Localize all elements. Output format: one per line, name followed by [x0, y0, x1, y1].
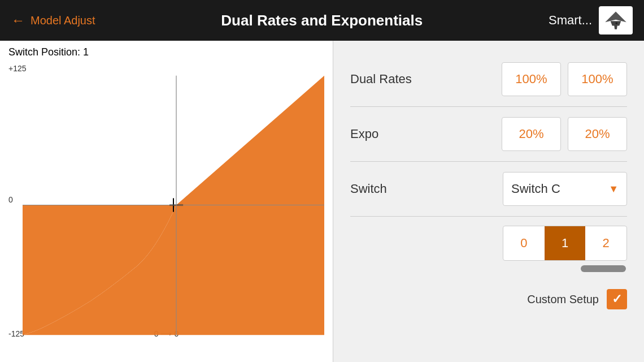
back-arrow-icon: ←: [11, 12, 25, 28]
expo-label: Expo: [350, 127, 418, 141]
model-icon[interactable]: [599, 6, 633, 35]
svg-marker-2: [614, 24, 617, 29]
custom-setup-checkbox[interactable]: ✓: [607, 289, 627, 309]
y-axis-top: +125: [8, 64, 27, 73]
expo-controls: 20% 20%: [502, 117, 627, 151]
switch-position-label: Switch Position: 1: [6, 46, 327, 58]
custom-setup-row: Custom Setup ✓: [350, 281, 627, 317]
main-content: Switch Position: 1 +125 0 -125 0 ⟶ 0: [0, 41, 644, 362]
expo-value-2[interactable]: 20%: [568, 117, 627, 151]
svg-marker-0: [605, 11, 626, 22]
dual-rates-row: Dual Rates 100% 100%: [350, 52, 627, 107]
right-panel: Dual Rates 100% 100% Expo 20% 20% Switch…: [333, 41, 644, 362]
expo-value-1[interactable]: 20%: [502, 117, 561, 151]
y-axis-bottom: -125: [8, 329, 24, 338]
dual-rates-controls: 100% 100%: [502, 62, 627, 96]
dual-rates-value-1[interactable]: 100%: [502, 62, 561, 96]
position-1[interactable]: 1: [545, 226, 586, 260]
position-indicator: [581, 265, 626, 272]
graph-panel: Switch Position: 1 +125 0 -125 0 ⟶ 0: [0, 41, 333, 362]
position-0[interactable]: 0: [503, 226, 545, 260]
expo-row: Expo 20% 20%: [350, 107, 627, 162]
switch-row: Switch Switch C ▼: [350, 162, 627, 217]
curve-graph: [23, 75, 324, 335]
header: ← Model Adjust Dual Rates and Exponentia…: [0, 0, 644, 41]
position-2[interactable]: 2: [585, 226, 626, 260]
dual-rates-label: Dual Rates: [350, 72, 418, 87]
dual-rates-value-2[interactable]: 100%: [568, 62, 627, 96]
switch-value: Switch C: [511, 182, 560, 196]
y-axis-zero: 0: [8, 195, 13, 204]
model-name: Smart...: [549, 13, 592, 28]
back-label: Model Adjust: [31, 14, 95, 27]
back-button[interactable]: ← Model Adjust: [11, 12, 95, 28]
custom-setup-label: Custom Setup: [527, 293, 599, 306]
dropdown-arrow-icon: ▼: [608, 183, 619, 195]
page-title: Dual Rates and Exponentials: [95, 12, 549, 29]
svg-point-3: [615, 22, 617, 24]
position-selector: 0 1 2: [503, 226, 627, 261]
switch-dropdown[interactable]: Switch C ▼: [503, 172, 627, 206]
graph-container: +125 0 -125 0 ⟶ 0: [6, 61, 327, 338]
model-info: Smart...: [549, 6, 633, 35]
switch-label: Switch: [350, 182, 418, 196]
position-selector-container: 0 1 2: [350, 217, 627, 281]
